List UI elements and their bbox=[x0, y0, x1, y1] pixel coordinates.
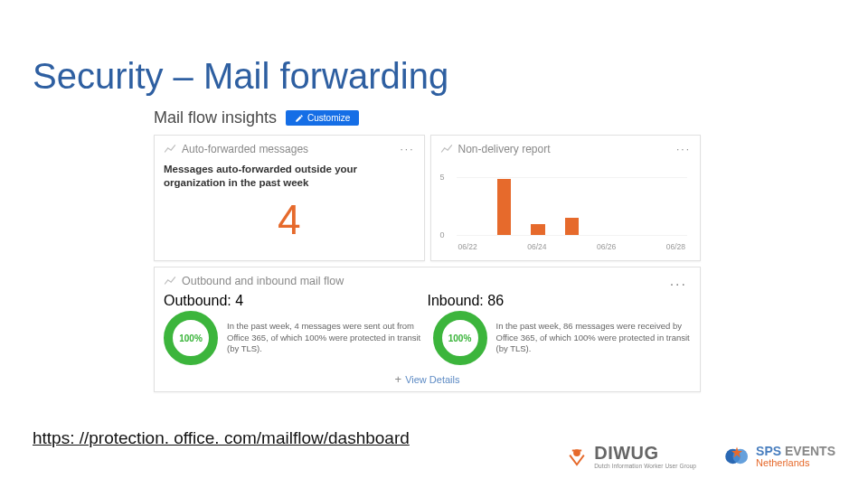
card-non-delivery[interactable]: Non-delivery report ··· 5 0 bbox=[430, 135, 702, 261]
outbound-donut: 100% bbox=[164, 311, 218, 365]
diwug-icon bbox=[565, 445, 589, 468]
view-details-label: View Details bbox=[405, 374, 459, 385]
top-cards-row: Auto-forwarded messages ··· Messages aut… bbox=[154, 135, 701, 261]
mailflow-body: 100% In the past week, 4 messages were s… bbox=[164, 311, 691, 365]
mailflow-dashboard: Mail flow insights Customize Auto-forwar… bbox=[154, 108, 701, 392]
outbound-text: In the past week, 4 messages were sent o… bbox=[227, 321, 422, 355]
card-title: Auto-forwarded messages bbox=[182, 143, 308, 155]
slide-title: Security – Mail forwarding bbox=[33, 56, 448, 97]
inbound-text: In the past week, 86 messages were recei… bbox=[496, 321, 692, 355]
diwug-name: DIWUG bbox=[594, 444, 696, 462]
outbound-pct: 100% bbox=[179, 333, 203, 343]
diwug-logo: DIWUG Dutch Information Worker User Grou… bbox=[565, 444, 696, 470]
inbound-item: 100% In the past week, 86 messages were … bbox=[433, 311, 692, 365]
panel-header: Mail flow insights Customize bbox=[154, 108, 701, 127]
sps-region: Netherlands bbox=[756, 458, 835, 468]
outbound-item: 100% In the past week, 4 messages were s… bbox=[164, 311, 422, 365]
diwug-sub: Dutch Information Worker User Group bbox=[594, 464, 696, 470]
x-tick: 06/26 bbox=[597, 242, 616, 251]
line-chart-icon bbox=[164, 276, 176, 286]
sps-brand: SPS EVENTS bbox=[756, 445, 835, 457]
inbound-label: Inbound: 86 bbox=[428, 293, 692, 309]
card-title: Outbound and inbound mail flow bbox=[182, 275, 344, 287]
y-tick: 0 bbox=[440, 230, 445, 239]
inbound-pct: 100% bbox=[448, 333, 472, 343]
bar bbox=[565, 218, 579, 235]
pencil-icon bbox=[295, 114, 304, 123]
x-tick: 06/22 bbox=[458, 242, 477, 251]
x-tick: 06/24 bbox=[527, 242, 546, 251]
view-details-link[interactable]: + View Details bbox=[164, 372, 691, 386]
card-title: Non-delivery report bbox=[458, 143, 551, 155]
plus-icon: + bbox=[395, 372, 402, 386]
line-chart-icon bbox=[164, 144, 176, 155]
more-icon[interactable]: ··· bbox=[676, 143, 691, 155]
more-icon[interactable]: ··· bbox=[400, 143, 414, 155]
line-chart-icon bbox=[440, 144, 453, 155]
customize-button-label: Customize bbox=[307, 113, 350, 123]
sps-logo: SPS EVENTS Netherlands bbox=[723, 443, 835, 470]
outbound-label: Outbound: 4 bbox=[164, 293, 428, 309]
more-icon[interactable]: ··· bbox=[670, 277, 687, 293]
y-tick: 5 bbox=[440, 173, 445, 182]
bar bbox=[531, 224, 544, 235]
footer-logos: DIWUG Dutch Information Worker User Grou… bbox=[565, 443, 835, 470]
card-auto-forwarded[interactable]: Auto-forwarded messages ··· Messages aut… bbox=[154, 135, 425, 261]
mailflow-labels: Outbound: 4 Inbound: 86 bbox=[164, 293, 691, 309]
ndr-bar-chart: 5 0 06/22 06/24 06/26 06/2 bbox=[440, 161, 692, 251]
auto-forwarded-label: Messages auto-forwarded outside your org… bbox=[164, 163, 415, 190]
panel-title: Mail flow insights bbox=[154, 108, 277, 127]
auto-forwarded-value: 4 bbox=[164, 195, 415, 244]
inbound-donut: 100% bbox=[433, 311, 487, 365]
x-tick: 06/28 bbox=[666, 242, 685, 251]
card-mailflow[interactable]: Outbound and inbound mail flow ··· Outbo… bbox=[154, 267, 701, 392]
bar bbox=[497, 179, 511, 235]
sps-icon bbox=[723, 443, 750, 470]
dashboard-url[interactable]: https: //protection. office. com/mailflo… bbox=[33, 428, 410, 448]
customize-button[interactable]: Customize bbox=[286, 110, 359, 126]
